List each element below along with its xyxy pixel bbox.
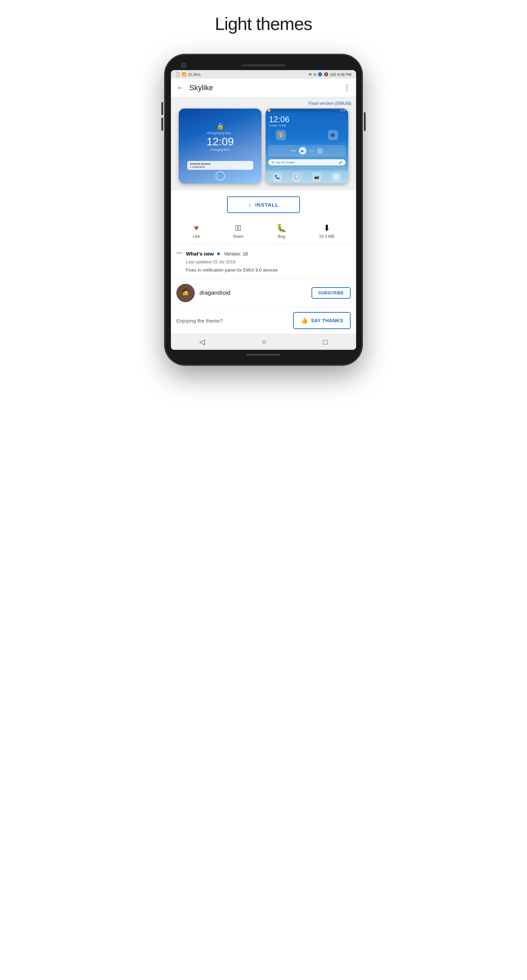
bluetooth-icon: 🔵 [318,72,322,76]
spacer [301,130,313,142]
status-bar: 📋 📶 15.2K/s 👁 N 🔵 🔕 100 8:38 PM [171,70,356,79]
page-title: Light themes [215,14,312,34]
enjoying-text: Enjoying the theme? [176,318,223,324]
like-action[interactable]: ♥ Like [193,223,200,239]
avatar-image: 🧔 [180,288,191,298]
lock-notification: Android System 1 notification [187,161,253,170]
trend-icon: 〰 [176,250,183,257]
theme-preview-section: Final version (EMUI8) 🔒 Recognising face… [171,97,356,190]
phone-chin [247,354,280,356]
volume-up-button [161,102,163,115]
back-button[interactable]: ← [176,83,184,92]
lockscreen-screenshot: 🔒 Recognising face... 12:09 Charging 86%… [179,108,261,183]
whats-new-header: 〰 What's new Version: 18 [176,250,351,257]
home-dock: 📞 💬 📷 🖼 [266,170,348,183]
volume-buttons [161,102,163,130]
settings-app-icon: ⚙ [328,130,338,140]
home-signal: 📶 [267,109,271,112]
share-action[interactable]: ↗⃣ Share [233,223,244,239]
install-label: INSTALL [255,202,279,208]
app-title: Skylike [189,83,343,92]
wifi-icon: 📶 [182,72,186,76]
google-g-icon: G [272,161,274,164]
battery-indicator: 100 [330,73,336,76]
status-right: 👁 N 🔵 🔕 100 8:38 PM [309,72,351,76]
thumbs-up-icon: 👍 [301,317,309,324]
status-left: 📋 📶 15.2K/s [176,72,201,76]
mute-icon: 🔕 [324,72,328,76]
home-status-bar: 📶 12:06 [266,108,348,113]
phone-shell: 📋 📶 15.2K/s 👁 N 🔵 🔕 100 8:38 PM ← Skylik… [165,54,362,365]
subscribe-button[interactable]: SUBSCRIBE [312,287,351,299]
phone-nav-bar: ◁ ○ □ [171,334,356,350]
front-camera [181,63,186,68]
power-button [364,112,366,131]
notification-title: Android System [190,162,251,165]
action-row: ♥ Like ↗⃣ Share 🐛 Bug ⬇ 24.3 MB [171,219,356,245]
install-arrow-icon: ↓ [248,201,252,208]
gallery-dock-icon: 🖼 [332,172,341,181]
messages-dock-icon: 💬 [293,172,301,181]
phone-screenshots: 🔒 Recognising face... 12:09 Charging 86%… [174,108,353,187]
heart-icon: ♥ [194,223,199,233]
notification-icon: 📋 [176,72,180,76]
mic-icon: 🎤 [339,161,342,164]
play-button: ▶ [299,147,306,154]
like-label: Like [193,234,200,239]
phone-screen: 📋 📶 15.2K/s 👁 N 🔵 🔕 100 8:38 PM ← Skylik… [171,70,356,350]
home-icons-row: 🎨 ⚙ [266,129,348,143]
lock-time: 12:09 [207,135,234,148]
version-dot [217,253,220,255]
home-clock: 12:06 [269,115,345,124]
update-date: Last updated 15 Jul 2019 [186,259,351,264]
bug-icon: 🐛 [276,223,287,233]
author-section: 🧔 dragandroid SUBSCRIBE [171,279,356,307]
speed-indicator: 15.2K/s [188,73,201,76]
camera-dock-icon: 📷 [312,172,321,181]
eye-icon: 👁 [309,73,312,76]
home-search-bar: G Say 'Ok Google' 🎤 [268,159,345,165]
install-section: ↓ INSTALL [171,190,356,219]
version-text: Version: 18 [224,251,248,256]
notification-body: 1 notification [190,165,251,169]
bug-label: Bug [278,234,285,239]
home-time: 12:06 [340,109,346,112]
more-options-button[interactable]: ⋮ [343,83,351,92]
volume-down-button [161,118,163,130]
phone-top-bar [171,64,356,67]
home-time-widget: 12:06 Sunday, 12 May [266,113,348,129]
install-button[interactable]: ↓ INSTALL [227,196,299,213]
lock-home-button [215,171,225,181]
home-nav-button[interactable]: ○ [262,337,266,347]
home-date: Sunday, 12 May [269,124,345,127]
lock-bottom [179,171,261,181]
bug-action[interactable]: 🐛 Bug [276,223,287,239]
version-badge: Final version (EMUI8) [174,101,353,106]
say-thanks-section: Enjoying the theme? 👍 SAY THANKS [171,307,356,334]
themes-app-icon: 🎨 [276,130,286,140]
update-notes: Fixes in notification panel for EMUI 9.0… [186,267,351,273]
lock-icon: 🔒 [217,123,224,130]
progress-left [291,150,296,151]
nfc-icon: N [314,73,316,76]
recent-nav-button[interactable]: □ [323,337,328,347]
download-icon: ⬇ [323,223,330,233]
home-media-player: ▶ [268,145,345,156]
share-label: Share [233,234,244,239]
homescreen-screenshot: 📶 12:06 12:06 Sunday, 12 May 🎨 ⚙ ▶ [266,108,348,183]
search-placeholder: Say 'Ok Google' [275,161,295,164]
author-avatar: 🧔 [176,284,195,302]
filesize-label: 24.3 MB [319,234,334,239]
progress-right [309,150,315,151]
download-action[interactable]: ⬇ 24.3 MB [319,223,334,239]
recognizing-text: Recognising face... [207,131,233,135]
phone-bottom-bar [171,354,356,356]
speaker [241,64,286,67]
app-bar: ← Skylike ⋮ [171,79,356,97]
phone-dock-icon: 📞 [273,172,282,181]
time-display: 8:38 PM [338,73,351,76]
say-thanks-button[interactable]: 👍 SAY THANKS [293,312,351,329]
back-nav-button[interactable]: ◁ [199,337,205,347]
whats-new-section: 〰 What's new Version: 18 Last updated 15… [171,245,356,279]
author-name: dragandroid [199,290,312,296]
